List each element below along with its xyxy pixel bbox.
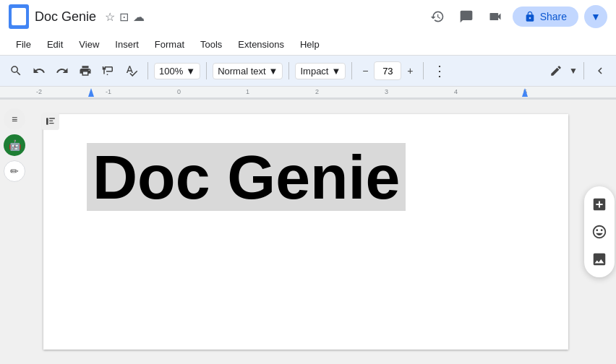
sep4 [351, 62, 352, 79]
ruler-svg: -2 -1 0 1 2 3 4 5 [0, 87, 616, 100]
doc-title[interactable]: Doc Genie [35, 9, 96, 25]
svg-text:1: 1 [246, 88, 249, 95]
svg-rect-12 [49, 118, 55, 118]
svg-rect-14 [49, 123, 54, 124]
menu-file[interactable]: File [9, 36, 38, 53]
app-logo-inner [12, 8, 26, 25]
history-button[interactable] [426, 5, 449, 28]
share-expand-button[interactable]: ▼ [584, 5, 607, 28]
toolbar-right: Share ▼ [426, 5, 607, 28]
cloud-icon[interactable]: ☁ [133, 10, 145, 24]
robot-icon[interactable]: 🤖 [4, 134, 25, 156]
svg-rect-11 [46, 118, 48, 124]
page[interactable]: Doc Genie [43, 114, 568, 350]
left-sidebar: ≡ 🤖 ✏ [0, 100, 29, 364]
search-icon[interactable] [6, 61, 26, 81]
svg-text:-1: -1 [106, 88, 111, 95]
pen-arrow[interactable]: ▼ [569, 66, 578, 76]
pencil-icon[interactable]: ✏ [4, 160, 25, 182]
menu-tools[interactable]: Tools [193, 36, 229, 53]
folder-icon[interactable]: ⊡ [119, 10, 129, 24]
font-arrow: ▼ [331, 66, 341, 77]
sep6 [583, 62, 584, 79]
spell-check-button[interactable] [121, 61, 142, 81]
menu-insert[interactable]: Insert [108, 36, 146, 53]
menu-bar: File Edit View Insert Format Tools Exten… [0, 33, 616, 55]
svg-text:3: 3 [385, 88, 388, 95]
page-collapse-icon[interactable] [42, 113, 59, 130]
font-dropdown[interactable]: Impact ▼ [295, 63, 346, 79]
svg-text:-2: -2 [36, 88, 42, 95]
pen-tool-button[interactable] [546, 61, 566, 81]
increase-font-button[interactable]: + [403, 61, 417, 80]
menu-edit[interactable]: Edit [40, 36, 70, 53]
svg-text:4: 4 [454, 88, 458, 95]
toolbar: 100% ▼ Normal text ▼ Impact ▼ − 73 + ⋮ ▼ [0, 55, 616, 87]
normal-text-label: Normal text [218, 66, 265, 77]
doc-heading[interactable]: Doc Genie [93, 142, 400, 212]
image-button[interactable] [587, 247, 612, 272]
doc-content-highlight: Doc Genie [87, 143, 406, 211]
title-bar: Doc Genie ☆ ⊡ ☁ Share ▼ [0, 0, 616, 33]
ruler-inner: -2 -1 0 1 2 3 4 5 [0, 87, 616, 99]
zoom-dropdown[interactable]: 100% ▼ [154, 63, 200, 79]
app-logo [9, 4, 29, 29]
paint-format-button[interactable] [98, 61, 119, 81]
undo-button[interactable] [29, 61, 49, 81]
sep3 [288, 62, 289, 79]
more-toolbar-button[interactable]: ⋮ [429, 61, 450, 81]
font-label: Impact [300, 66, 328, 77]
sep5 [423, 62, 424, 79]
right-panel [583, 100, 616, 364]
font-size-area: − 73 + [358, 61, 417, 80]
collapse-toolbar-button[interactable] [590, 61, 610, 81]
page-container[interactable]: Doc Genie [29, 100, 583, 364]
list-icon[interactable]: ≡ [4, 108, 25, 130]
add-content-button[interactable] [587, 192, 612, 217]
svg-rect-13 [49, 121, 53, 121]
video-button[interactable] [484, 5, 507, 28]
share-button[interactable]: Share [513, 6, 578, 27]
share-label: Share [540, 11, 567, 22]
chat-button[interactable] [455, 5, 478, 28]
zoom-label: 100% [159, 66, 183, 77]
ruler: -2 -1 0 1 2 3 4 5 [0, 87, 616, 100]
title-icons: ☆ ⊡ ☁ [105, 10, 145, 24]
font-size-input[interactable]: 73 [374, 61, 401, 80]
star-icon[interactable]: ☆ [105, 10, 115, 24]
zoom-arrow: ▼ [186, 66, 195, 77]
svg-marker-9 [88, 88, 94, 97]
svg-text:2: 2 [315, 88, 319, 95]
normal-text-arrow: ▼ [269, 66, 278, 77]
svg-text:0: 0 [177, 88, 181, 95]
menu-extensions[interactable]: Extensions [231, 36, 291, 53]
print-button[interactable] [75, 61, 95, 81]
sep1 [147, 62, 148, 79]
menu-view[interactable]: View [72, 36, 106, 53]
emoji-button[interactable] [587, 220, 612, 244]
menu-help[interactable]: Help [293, 36, 327, 53]
decrease-font-button[interactable]: − [358, 61, 372, 80]
redo-button[interactable] [52, 61, 72, 81]
doc-area: ≡ 🤖 ✏ Doc Genie [0, 100, 616, 364]
normal-text-dropdown[interactable]: Normal text ▼ [213, 63, 283, 79]
menu-format[interactable]: Format [147, 36, 192, 53]
right-float-panel [584, 186, 615, 277]
sep2 [206, 62, 207, 79]
